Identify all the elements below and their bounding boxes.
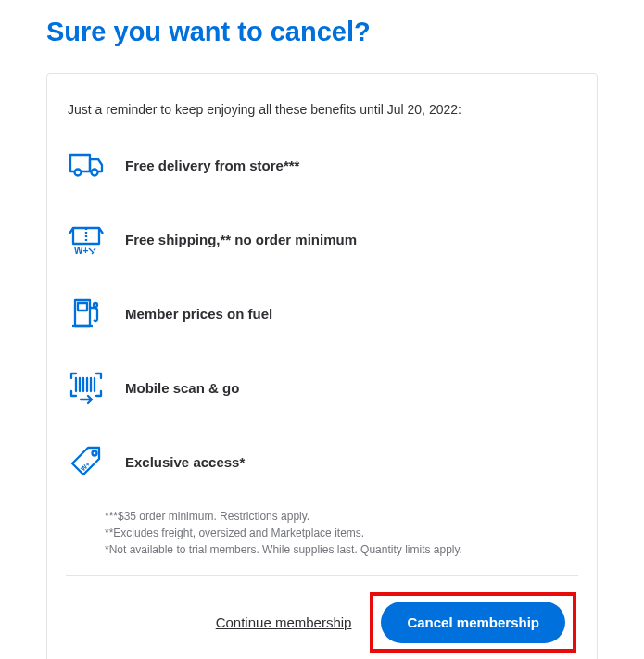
- benefit-delivery: Free delivery from store***: [68, 146, 576, 184]
- action-row: Continue membership Cancel membership: [68, 592, 576, 653]
- page-title: Sure you want to cancel?: [46, 17, 598, 47]
- svg-line-4: [94, 248, 95, 250]
- svg-point-0: [75, 170, 82, 176]
- benefit-fuel: Member prices on fuel: [68, 295, 576, 332]
- benefit-label: Free shipping,** no order minimum: [125, 232, 357, 247]
- benefit-label: Mobile scan & go: [125, 380, 239, 396]
- svg-point-13: [93, 451, 97, 456]
- svg-point-1: [92, 170, 98, 176]
- svg-line-3: [89, 248, 93, 252]
- divider: [66, 575, 578, 576]
- fuel-pump-icon: [68, 295, 105, 332]
- svg-text:W+: W+: [74, 246, 88, 256]
- reminder-text: Just a reminder to keep enjoying all the…: [68, 102, 576, 117]
- footnote: *Not available to trial members. While s…: [105, 541, 576, 558]
- svg-text:W+: W+: [80, 461, 92, 473]
- footnote: ***$35 order minimum. Restrictions apply…: [105, 508, 576, 525]
- benefit-label: Free delivery from store***: [125, 158, 299, 173]
- barcode-scan-icon: [68, 369, 105, 406]
- benefit-scan: Mobile scan & go: [68, 369, 576, 406]
- svg-point-6: [94, 303, 97, 307]
- benefit-label: Exclusive access*: [125, 454, 245, 470]
- benefit-exclusive: W+ Exclusive access*: [68, 443, 576, 480]
- cancel-membership-button[interactable]: Cancel membership: [381, 602, 565, 643]
- continue-membership-button[interactable]: Continue membership: [216, 615, 352, 630]
- truck-icon: [68, 146, 105, 184]
- cancel-card: Just a reminder to keep enjoying all the…: [46, 73, 598, 659]
- benefit-shipping: W+ Free shipping,** no order minimum: [68, 221, 576, 258]
- shipping-box-icon: W+: [68, 221, 105, 258]
- footnote: **Excludes freight, oversized and Market…: [105, 525, 576, 541]
- price-tag-icon: W+: [68, 443, 105, 480]
- benefit-label: Member prices on fuel: [125, 306, 272, 322]
- footnotes: ***$35 order minimum. Restrictions apply…: [105, 508, 576, 558]
- highlight-box: Cancel membership: [370, 592, 576, 653]
